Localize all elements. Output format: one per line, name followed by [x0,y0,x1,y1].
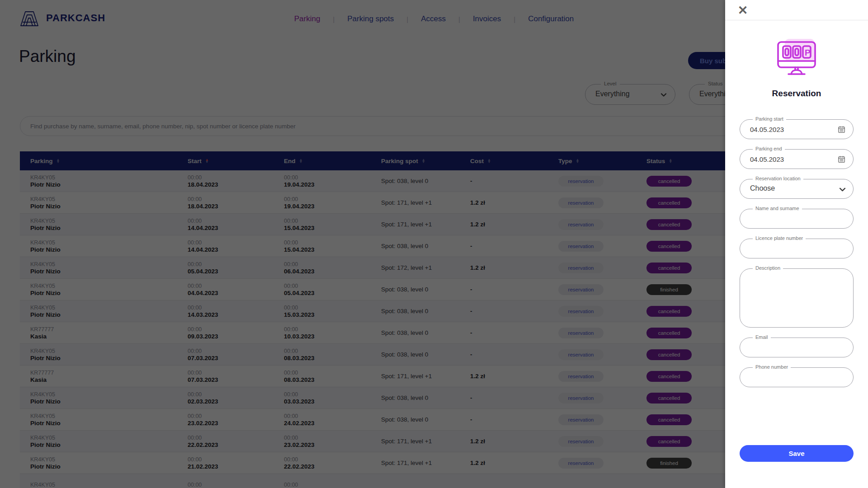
parking-end-field[interactable]: Parking end [740,149,854,169]
licence-plate-input[interactable] [740,239,853,258]
parking-start-field[interactable]: Parking start [740,119,854,139]
drawer-title: Reservation [725,89,868,99]
parking-end-input[interactable] [740,150,853,169]
description-textarea[interactable] [740,269,853,327]
parking-start-input[interactable] [740,120,853,139]
name-surname-input[interactable] [740,209,853,228]
phone-number-field[interactable]: Phone number [740,367,854,387]
drawer-divider [725,20,868,20]
reservation-form: Parking start Parking end [740,119,854,462]
chevron-down-icon [839,186,846,193]
licence-plate-field[interactable]: Licence plate number [740,239,854,258]
phone-number-input[interactable] [740,368,853,387]
description-field[interactable]: Description [740,268,854,328]
reservation-drawer: ✕ P Reservation Parking start [725,0,868,488]
email-input[interactable] [740,338,853,357]
email-field[interactable]: Email [740,338,854,357]
name-surname-field[interactable]: Name and surname [740,209,854,229]
calendar-icon[interactable] [837,155,846,164]
save-button[interactable]: Save [740,445,854,462]
svg-text:P: P [805,48,811,57]
reservation-location-select[interactable]: Reservation location Choose [740,179,854,199]
parking-meter-icon: P [725,38,868,78]
calendar-icon[interactable] [837,125,846,134]
close-icon[interactable]: ✕ [735,3,750,18]
reservation-location-value: Choose [750,184,775,192]
